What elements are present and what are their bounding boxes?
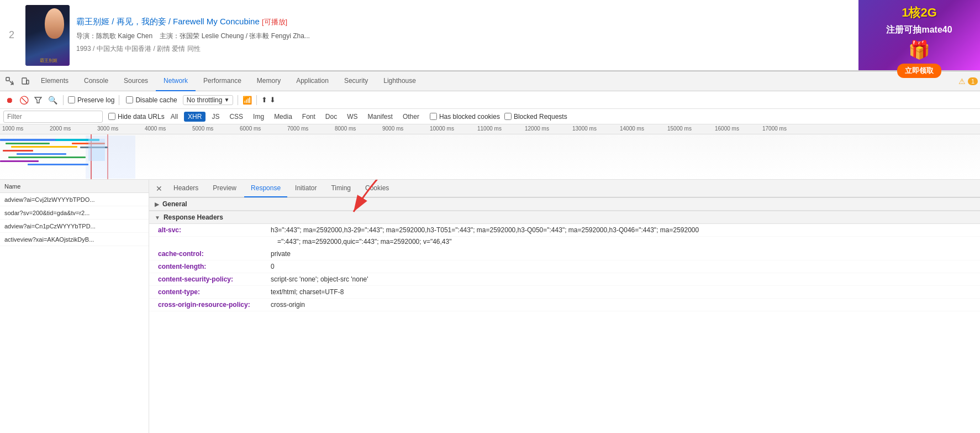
movie-item: 2 霸王别姬 霸王别姬 / 再见，我的妾 / Farewell My Concu… xyxy=(0,0,858,70)
timeline-area[interactable]: 1000 ms 2000 ms 3000 ms 4000 ms 5000 ms … xyxy=(0,124,980,180)
header-row-alt-svc: alt-svc: h3=":443"; ma=2592000,h3-29=":4… xyxy=(149,224,980,237)
header-row-corp: cross-origin-resource-policy: cross-orig… xyxy=(149,299,980,311)
tab-elements[interactable]: Elements xyxy=(33,71,76,91)
timeline-label-2000: 2000 ms xyxy=(48,124,95,134)
timeline-label-9000: 9000 ms xyxy=(380,124,428,134)
timeline-label-17000: 17000 ms xyxy=(760,124,808,134)
ad-cta-button[interactable]: 立即领取 xyxy=(897,64,941,78)
throttle-select[interactable]: No throttling ▼ xyxy=(183,95,234,105)
devtools-controls-bar: ⏺ 🚫 🔍 Preserve log Disable cache No thro… xyxy=(0,91,980,109)
filter-type-ws[interactable]: WS xyxy=(343,112,361,122)
tab-application[interactable]: Application xyxy=(288,71,336,91)
timeline-label-16000: 16000 ms xyxy=(713,124,760,134)
svg-rect-2 xyxy=(27,80,29,84)
filter-type-manifest[interactable]: Manifest xyxy=(364,112,397,122)
detail-tab-preview[interactable]: Preview xyxy=(206,180,243,197)
timeline-label-12000: 12000 ms xyxy=(523,124,570,134)
has-blocked-input[interactable] xyxy=(430,113,437,120)
blocked-requests-checkbox[interactable]: Blocked Requests xyxy=(504,113,567,121)
svg-rect-9 xyxy=(3,150,33,152)
filter-type-css[interactable]: CSS xyxy=(225,112,247,122)
blocked-req-input[interactable] xyxy=(504,113,512,120)
tab-sources[interactable]: Sources xyxy=(116,71,156,91)
header-value-csp: script-src 'none'; object-src 'none' xyxy=(271,275,368,283)
devtools-filter-bar: Hide data URLs All XHR JS CSS Img Media … xyxy=(0,109,980,124)
tab-memory[interactable]: Memory xyxy=(249,71,288,91)
svg-marker-3 xyxy=(35,97,41,103)
preserve-log-input[interactable] xyxy=(68,96,75,103)
movie-title[interactable]: 霸王别姬 / 再见，我的妾 / Farewell My Concubine [可… xyxy=(76,17,850,27)
header-value-alt-svc: h3=":443"; ma=2592000,h3-29=":443"; ma=2… xyxy=(271,226,699,234)
filter-type-media[interactable]: Media xyxy=(270,112,296,122)
timeline-label-1000: 1000 ms xyxy=(0,124,48,134)
response-headers-section-header[interactable]: ▼ Response Headers xyxy=(149,211,980,224)
disable-cache-checkbox[interactable]: Disable cache xyxy=(126,96,177,104)
main-area: Name adview?ai=Cvj2lzWYYYbTPDO... sodar?… xyxy=(0,180,980,433)
request-item-3[interactable]: activeview?xai=AKAOjstzikDyB... xyxy=(0,233,149,246)
details-close-button[interactable]: ✕ xyxy=(152,182,166,195)
tab-performance[interactable]: Performance xyxy=(196,71,249,91)
request-item-0[interactable]: adview?ai=Cvj2lzWYYYbTPDO... xyxy=(0,193,149,206)
hide-urls-input[interactable] xyxy=(108,113,115,120)
filter-type-img[interactable]: Img xyxy=(249,112,268,122)
record-button[interactable]: ⏺ xyxy=(3,94,15,106)
header-name-content-type: content-type: xyxy=(158,288,268,296)
filter-input[interactable] xyxy=(3,111,103,123)
general-section-header[interactable]: ▶ General xyxy=(149,197,980,211)
tab-security[interactable]: Security xyxy=(336,71,376,91)
detail-tab-headers[interactable]: Headers xyxy=(167,180,205,197)
separator-2 xyxy=(119,95,119,105)
filter-type-all[interactable]: All xyxy=(167,112,182,122)
timeline-label-3000: 3000 ms xyxy=(95,124,143,134)
svg-rect-13 xyxy=(28,164,88,165)
filter-toggle-button[interactable] xyxy=(32,94,44,106)
detail-tab-initiator[interactable]: Initiator xyxy=(288,180,323,197)
upload-icon[interactable]: ⬆ xyxy=(261,96,267,104)
movie-number: 2 xyxy=(9,29,19,41)
tab-lighthouse[interactable]: Lighthouse xyxy=(376,71,424,91)
header-row-content-length: content-length: 0 xyxy=(149,260,980,273)
svg-rect-10 xyxy=(17,153,66,155)
timeline-labels: 1000 ms 2000 ms 3000 ms 4000 ms 5000 ms … xyxy=(0,124,980,134)
header-row-csp: content-security-policy: script-src 'non… xyxy=(149,273,980,286)
download-icon[interactable]: ⬇ xyxy=(270,96,276,104)
search-button[interactable]: 🔍 xyxy=(46,94,59,106)
movie-tags: 1993 / 中国大陆 中国香港 / 剧情 爱情 同性 xyxy=(76,44,850,54)
header-value-content-length: 0 xyxy=(271,263,275,270)
filter-type-other[interactable]: Other xyxy=(399,112,423,122)
ad-banner[interactable]: 云服务器 1核2G 注册可抽mate40 🎁 立即领取 xyxy=(858,0,980,70)
filter-type-doc[interactable]: Doc xyxy=(322,112,341,122)
has-blocked-cookies-checkbox[interactable]: Has blocked cookies xyxy=(430,113,500,121)
filter-type-font[interactable]: Font xyxy=(298,112,319,122)
movie-poster: 霸王别姬 xyxy=(25,5,70,66)
disable-cache-input[interactable] xyxy=(126,96,133,103)
devtools-panel: Elements Console Sources Network Perform… xyxy=(0,71,980,433)
clear-button[interactable]: 🚫 xyxy=(18,94,30,106)
tab-console[interactable]: Console xyxy=(76,71,116,91)
timeline-label-7000: 7000 ms xyxy=(285,124,333,134)
filter-type-xhr[interactable]: XHR xyxy=(184,112,206,122)
timeline-label-13000: 13000 ms xyxy=(570,124,618,134)
svg-rect-0 xyxy=(6,77,9,81)
warning-icon: ⚠ xyxy=(958,77,966,86)
header-value-corp: cross-origin xyxy=(271,301,305,309)
warning-badge: 1 xyxy=(968,77,978,85)
movie-director: 导演：陈凯歌 Kaige Chen 主演：张国荣 Leslie Cheung /… xyxy=(76,32,850,41)
header-name-corp: cross-origin-resource-policy: xyxy=(158,301,268,309)
header-row-content-type: content-type: text/html; charset=UTF-8 xyxy=(149,286,980,299)
details-tabs: ✕ Headers Preview Response Initiator Tim… xyxy=(149,180,980,197)
inspect-element-button[interactable] xyxy=(2,74,18,89)
detail-tab-response[interactable]: Response xyxy=(244,180,287,197)
preserve-log-checkbox[interactable]: Preserve log xyxy=(68,96,114,104)
filter-type-js[interactable]: JS xyxy=(208,112,223,122)
detail-tab-cookies[interactable]: Cookies xyxy=(359,180,396,197)
responsive-design-button[interactable] xyxy=(18,74,33,89)
wifi-icon: 📶 xyxy=(243,96,252,105)
request-item-1[interactable]: sodar?sv=200&tid=gda&tv=r2... xyxy=(0,206,149,220)
request-item-2[interactable]: adview?ai=Cn1pCzWYYYbTPD... xyxy=(0,220,149,233)
header-name-csp: content-security-policy: xyxy=(158,275,268,283)
tab-network[interactable]: Network xyxy=(156,71,196,91)
detail-tab-timing[interactable]: Timing xyxy=(324,180,357,197)
timeline-canvas[interactable] xyxy=(0,134,980,179)
hide-data-urls-checkbox[interactable]: Hide data URLs xyxy=(108,113,165,121)
